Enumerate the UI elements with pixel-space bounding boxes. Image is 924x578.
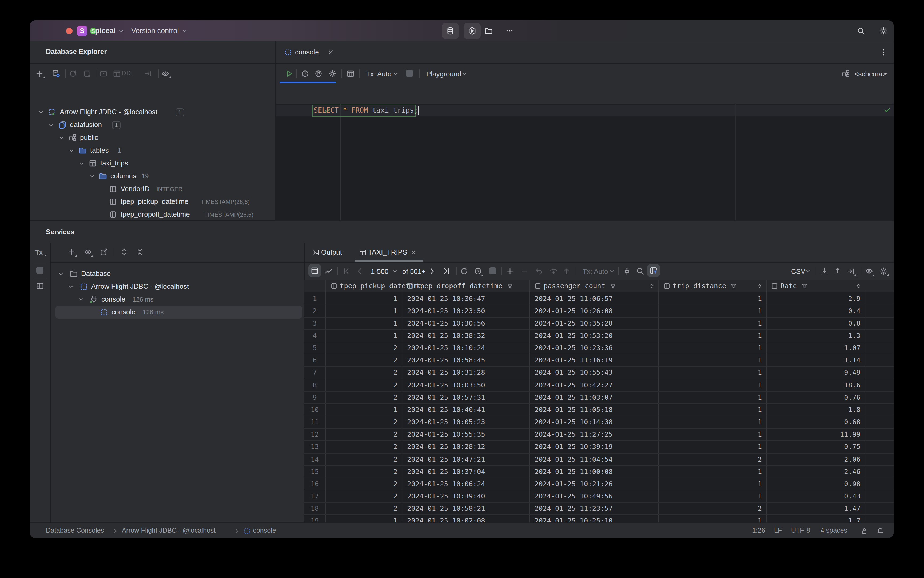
cell[interactable]: 1 [394, 294, 397, 302]
table-row[interactable]: 1122024-01-25 10:05:232024-01-25 10:14:3… [304, 416, 893, 429]
cell[interactable]: 1 [758, 517, 762, 523]
close-window-button[interactable] [66, 28, 72, 34]
cell[interactable]: 1 [758, 356, 762, 364]
cell[interactable]: 2024-01-25 10:21:26 [535, 480, 613, 488]
table-row[interactable]: 1722024-01-25 10:39:402024-01-25 10:49:5… [304, 490, 893, 503]
cell[interactable]: 1 [758, 319, 762, 327]
cell[interactable]: 2024-01-25 10:58:45 [407, 356, 485, 364]
table-row[interactable]: 412024-01-25 10:38:322024-01-25 10:53:20… [304, 330, 893, 342]
grid-header-tpep_dropoff_datetime[interactable]: tpep_dropoff_datetime [402, 280, 529, 292]
pin-tab-icon[interactable] [622, 266, 631, 275]
filter-panel-toggle[interactable] [647, 264, 660, 277]
cell[interactable]: 2024-01-25 10:06:24 [407, 480, 485, 488]
page-range-dropdown[interactable]: 1-500 [371, 267, 389, 275]
project-folder-icon[interactable] [485, 26, 493, 35]
grid-header-passenger_count[interactable]: passenger_count [529, 280, 658, 292]
tx-mode-dropdown[interactable]: Tx: Auto [366, 70, 391, 78]
cell[interactable]: 1 [394, 331, 397, 339]
cell[interactable]: 18.6 [844, 381, 861, 389]
detach-session-icon[interactable] [83, 69, 92, 78]
cell[interactable]: 0.98 [844, 480, 861, 488]
console-tab[interactable]: console [295, 48, 319, 56]
cell[interactable]: 2024-01-25 10:14:38 [535, 418, 613, 426]
cell[interactable]: 1.47 [844, 504, 861, 512]
notifications-bell-icon[interactable] [876, 527, 884, 535]
cell[interactable]: 1 [394, 319, 397, 327]
cell[interactable]: 1 [758, 418, 762, 426]
cell[interactable]: 2 [394, 369, 397, 377]
cell[interactable]: 2024-01-25 10:02:08 [407, 517, 485, 523]
cell[interactable]: 1 [758, 344, 762, 352]
cell[interactable]: 1 [758, 480, 762, 488]
cell[interactable]: 2 [394, 356, 397, 364]
cell[interactable]: 2024-01-25 11:03:07 [535, 393, 613, 401]
results-tab-Output[interactable]: Output [311, 243, 349, 261]
cell[interactable]: 2024-01-25 10:10:24 [407, 344, 485, 352]
cell[interactable]: 2024-01-25 10:40:41 [407, 406, 485, 414]
more-tools-icon[interactable] [505, 26, 514, 35]
cell[interactable]: 1 [394, 517, 397, 523]
cell[interactable]: 2024-01-25 10:31:28 [407, 369, 485, 377]
export-format-dropdown[interactable]: CSV [791, 267, 805, 275]
cell[interactable]: 2024-01-25 11:04:54 [535, 455, 613, 463]
cell[interactable]: 2 [394, 467, 397, 475]
layout-strip-icon[interactable] [36, 282, 44, 290]
cell[interactable]: 2024-01-25 10:36:47 [407, 294, 485, 302]
cell[interactable]: 1 [758, 406, 762, 414]
tree-item-tpep_pickup_datetime[interactable]: tpep_pickup_datetimeTIMESTAMP(26,6) [30, 195, 275, 208]
cell[interactable]: 2024-01-25 10:23:50 [407, 307, 485, 315]
preview-changes-icon[interactable] [550, 266, 558, 275]
cell[interactable]: 2024-01-25 10:28:12 [407, 443, 485, 451]
close-tab-icon[interactable] [327, 49, 334, 55]
tree-item-columns[interactable]: columns19 [30, 170, 275, 182]
cell[interactable]: 2024-01-25 10:25:10 [535, 517, 613, 523]
cell[interactable]: 1 [758, 393, 762, 401]
add-row-icon[interactable] [506, 266, 514, 275]
revert-icon[interactable] [535, 266, 543, 275]
cell[interactable]: 2024-01-25 10:35:28 [535, 319, 613, 327]
table-row[interactable]: 822024-01-25 10:03:502024-01-25 10:42:27… [304, 379, 893, 391]
cell[interactable]: 2024-01-25 10:47:21 [407, 455, 485, 463]
results-tx-dropdown[interactable]: Tx: Auto [583, 267, 608, 275]
cell[interactable]: 2 [394, 344, 397, 352]
caret-position[interactable]: 1:26 [752, 527, 765, 534]
editor-settings-icon[interactable] [328, 69, 337, 78]
parameters-icon[interactable] [314, 69, 323, 78]
breadcrumb-item[interactable]: console [253, 527, 276, 534]
cell[interactable]: 2024-01-25 11:00:08 [535, 467, 613, 475]
table-view-icon[interactable] [346, 69, 355, 78]
table-row[interactable]: 1012024-01-25 10:40:412024-01-25 11:05:1… [304, 404, 893, 416]
cell[interactable]: 2 [394, 418, 397, 426]
cell[interactable]: 2 [394, 480, 397, 488]
cell[interactable]: 2024-01-25 10:42:27 [535, 381, 613, 389]
cell[interactable]: 2 [394, 504, 397, 512]
cell[interactable]: 1 [758, 294, 762, 302]
version-control-menu[interactable]: Version control [131, 27, 179, 35]
cell[interactable]: 1.7 [848, 517, 861, 523]
cell[interactable]: 1.14 [844, 356, 861, 364]
cell[interactable]: 1 [758, 492, 762, 500]
ddl-button[interactable]: DDL [122, 70, 135, 76]
cell[interactable]: 2024-01-25 10:26:08 [535, 307, 613, 315]
grid-view-toggle[interactable] [308, 264, 321, 277]
table-row[interactable]: 112024-01-25 10:36:472024-01-25 11:06:57… [304, 293, 893, 305]
table-row[interactable]: 1822024-01-25 10:58:212024-01-25 11:23:5… [304, 503, 893, 515]
search-icon[interactable] [857, 26, 865, 35]
encoding[interactable]: UTF-8 [791, 527, 810, 534]
cell[interactable]: 2 [394, 455, 397, 463]
lock-icon[interactable] [860, 527, 868, 535]
run-icon[interactable] [285, 69, 293, 78]
table-row[interactable]: 1912024-01-25 10:02:082024-01-25 10:25:1… [304, 515, 893, 523]
grid-header-Rate[interactable]: Rate [766, 280, 865, 292]
cell[interactable]: 1 [758, 307, 762, 315]
cell[interactable]: 2 [394, 381, 397, 389]
cell[interactable]: 2024-01-25 10:30:56 [407, 319, 485, 327]
project-menu[interactable]: spiceai [91, 27, 116, 35]
tree-item-public[interactable]: public [30, 131, 275, 144]
service-item-console[interactable]: console126 ms [50, 306, 304, 318]
cell[interactable]: 2024-01-25 10:49:56 [535, 492, 613, 500]
collapse-all-icon[interactable] [136, 248, 144, 256]
export-data-icon[interactable] [833, 266, 842, 275]
next-page-icon[interactable] [428, 266, 436, 275]
tree-item-datafusion[interactable]: datafusion1 [30, 119, 275, 131]
